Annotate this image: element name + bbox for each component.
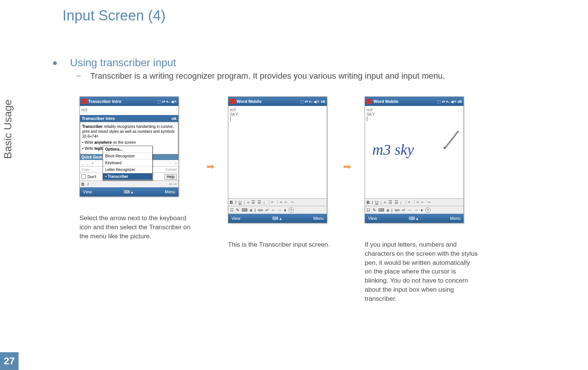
align-center-icon[interactable]: ☰ [251,200,255,205]
menu-softkey[interactable]: Menu [165,190,175,194]
trans-spc-button[interactable]: spc [395,208,400,212]
keyboard-icon[interactable]: ⌨ ▴ [409,216,418,221]
outdent-icon[interactable]: ⇤ [421,200,424,205]
trans-left-icon[interactable]: ← [271,208,275,212]
help-button[interactable]: Help [164,174,177,180]
sync-icon: ⇄ [305,99,308,104]
view-softkey[interactable]: View [368,216,377,221]
align-center-icon[interactable]: ☰ [388,200,392,205]
trans-help-icon[interactable]: ? [289,207,294,213]
indent-icon[interactable]: ⇥ [427,200,430,205]
trans-icon-3[interactable]: ⌨ [378,208,384,213]
signal-icon: ▾ₓ [446,99,449,104]
doc-area-2[interactable]: m3 SKY [228,106,327,198]
start-flag-icon[interactable] [230,99,235,104]
doc-area-3[interactable]: m3 SKY m3 sky [365,106,463,198]
trans-mode-button[interactable]: a [387,208,389,212]
trans-enter-icon[interactable]: ↵ [265,208,269,213]
format-toolbar-3: B I U | ≡ ☰ ☰ | ⋮≡ ⋮≡ ⇤ ⇥ [365,198,463,206]
align-left-icon[interactable]: ≡ [247,200,249,205]
page-number: 27 [0,352,19,370]
input-method-menu: Options... Block Recognizer Keyboard Let… [103,146,153,180]
dont-show-label: Don't [87,175,96,179]
keyboard-icon[interactable]: ⌨ ▴ [124,190,133,194]
ok-button[interactable]: ok [458,99,462,104]
arrow-right-icon: ➡ [206,161,215,173]
start-flag-icon[interactable] [81,99,87,104]
stylus-pen-icon [441,129,460,152]
outdent-icon[interactable]: ⇤ [284,200,288,205]
numbering-icon[interactable]: ⋮≡ [276,200,282,205]
trans-icon-2[interactable]: ✎ [373,208,376,213]
text-cursor [367,117,367,121]
slide: Input Screen (4) Basic Usage 27 Using tr… [0,0,588,370]
menu-softkey[interactable]: Menu [450,216,461,221]
italic-button[interactable]: I [372,200,373,205]
section-label: Basic Usage [2,99,14,159]
doc-line-1: m3 [230,107,325,112]
start-flag-icon[interactable] [367,99,372,104]
dash-icon: – [76,71,81,80]
intro-ok-button[interactable]: ok [172,116,176,121]
bullets-icon[interactable]: ⋮≡ [404,200,410,205]
handwritten-ink: m3 sky [372,141,414,159]
trans-icon-1[interactable]: ☷ [367,208,370,213]
trans-correct-icon[interactable]: ♦ [421,208,423,212]
titlebar-3: Word Mobile ⬚ ⇄ ▾ₓ ◀✕ ok [365,97,463,106]
dont-show-row: Don't Help Options... Block Recognizer K… [80,173,178,180]
dont-show-checkbox[interactable] [81,174,86,179]
volume-icon: ◀✕ [313,99,320,104]
bullet-main-text: Using transcriber input [70,57,176,69]
menu-softkey[interactable]: Menu [313,216,324,221]
input-method-icon: ⬚ [437,99,441,104]
align-right-icon[interactable]: ☰ [395,200,398,205]
trans-right-icon[interactable]: → [278,208,282,212]
menu-keyboard[interactable]: Keyboard [103,160,152,166]
menu-transcriber[interactable]: Transcriber [103,173,152,180]
caption-2: This is the Transcriber input screen. [228,240,330,249]
underline-button[interactable]: U [375,200,378,205]
bold-button[interactable]: B [230,200,233,205]
italic-button[interactable]: I [87,182,89,187]
view-softkey[interactable]: View [231,216,240,221]
align-left-icon[interactable]: ≡ [384,200,386,205]
trans-mode-button[interactable]: a [250,208,252,212]
intro-dialog-title: Transcriber Intro ok [80,115,178,122]
align-right-icon[interactable]: ☰ [257,200,261,205]
sync-icon: ⇄ [162,99,165,104]
doc-text-1: m3 [81,107,87,112]
page-title: Input Screen (4) [62,8,165,24]
trans-left-icon[interactable]: ← [408,208,412,212]
ok-button[interactable]: ok [321,99,325,104]
screenshots-row: Transcriber Intro ⬚ ⇄ ▾ₓ ◀✕ m3 Transcrib… [80,96,478,303]
trans-spc-button[interactable]: spc [258,208,263,212]
indent-icon[interactable]: ⇥ [290,200,293,205]
svg-line-0 [445,131,458,148]
bold-button[interactable]: B [81,182,84,187]
italic-button[interactable]: I [235,200,236,205]
menu-block-recognizer[interactable]: Block Recognizer [103,153,152,160]
trans-enter-icon[interactable]: ↵ [402,208,406,213]
input-method-icon: ⬚ [158,99,161,104]
titlebar-2: Word Mobile ⬚ ⇄ ▾ₓ ◀✕ ok [228,97,327,106]
underline-button[interactable]: U [239,200,242,205]
trans-right-icon[interactable]: → [414,208,418,212]
trans-correct-icon[interactable]: ♦ [284,208,286,212]
trans-icon-2[interactable]: ✎ [236,208,239,213]
menu-letter-recognizer[interactable]: Letter Recognizer [103,166,152,173]
doc-line-1: m3 [367,107,462,112]
keyboard-icon[interactable]: ⌨ ▴ [272,216,282,221]
text-cursor [230,117,231,121]
view-softkey[interactable]: View [83,190,92,194]
signal-icon: ▾ₓ [309,99,312,104]
volume-icon: ◀✕ [171,99,177,104]
bullet-list: Using transcriber input – Transcriber is… [53,57,580,81]
title-2: Word Mobile [237,99,300,104]
bullets-icon[interactable]: ⋮≡ [267,200,273,205]
menu-options[interactable]: Options... [103,146,152,153]
bold-button[interactable]: B [367,200,370,205]
trans-icon-3[interactable]: ⌨ [242,208,248,213]
numbering-icon[interactable]: ⋮≡ [412,200,419,205]
trans-icon-1[interactable]: ☷ [230,208,234,213]
trans-help-icon[interactable]: ? [425,207,430,213]
